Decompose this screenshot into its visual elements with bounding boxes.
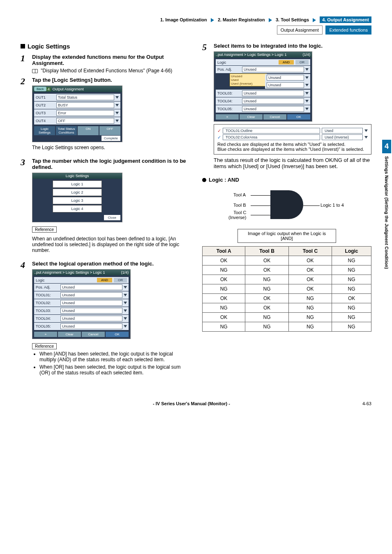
clear-button[interactable]: Clear [240,114,263,120]
chevron-down-icon[interactable] [124,294,127,296]
row-value[interactable]: Unused [60,323,122,329]
off-button[interactable]: OFF [99,126,120,135]
chevron-down-icon[interactable] [115,120,119,122]
row-label: TOOL03: [217,91,242,95]
chevron-down-icon[interactable] [305,108,309,110]
out-list: OUT1Total Status OUT2BUSY OUT3Error OUT4… [34,94,120,125]
step-number: 5 [202,43,210,173]
note-item: When [AND] has been selected, the logic … [39,351,190,362]
on-button[interactable]: ON [78,126,99,135]
complete-button[interactable]: Complete [101,136,120,141]
table-row: OKOKNGOK [203,294,371,303]
logic-label: Logic [36,278,56,282]
and-button[interactable]: AND [279,60,294,65]
table-cell: NG [332,275,371,284]
th: Tool B [245,247,288,256]
back-button[interactable]: Back [34,87,46,91]
row-value[interactable]: Unused [60,300,122,306]
breadcrumb-item-active: 4. Output Assignment [320,16,371,23]
chevron-right-icon [211,18,214,22]
chevron-down-icon[interactable] [115,104,119,106]
chevron-down-icon[interactable] [124,302,127,304]
chevron-down-icon[interactable] [305,92,309,95]
table-cell: OK [288,265,332,275]
chevron-right-icon [269,18,272,22]
total-status-cond-button[interactable]: Total Status Conditions [56,126,77,135]
header-counter: (1/4) [302,53,310,57]
tool-value[interactable]: Used [322,128,363,134]
or-button[interactable]: OR [295,60,309,65]
chevron-down-icon[interactable] [124,286,127,289]
row-value[interactable]: Unused [242,90,304,96]
row-value[interactable]: Unused [242,106,304,112]
step-title: Select items to be integrated into the l… [214,43,371,49]
note-text: Blue checks are displayed at the items w… [217,147,368,152]
row-value[interactable]: Unused [242,67,304,72]
cancel-button[interactable]: Cancel [263,114,286,120]
table-cell: OK [245,256,288,265]
tool-value[interactable]: Used (Inverse) [322,134,363,140]
row-value[interactable]: Unused [60,316,122,321]
row-value[interactable]: Total Status [56,95,114,100]
reference-notes: When [AND] has been selected, the logic … [39,351,190,376]
chevron-down-icon[interactable] [305,68,309,71]
logic-settings-button[interactable]: Logic Settings [34,126,55,135]
next-button[interactable]: » [34,332,57,337]
popup-option[interactable]: Unused [231,74,265,78]
tool-label: TOOL01:Outline [223,128,320,134]
subnav-output-assignment[interactable]: Output Assignment [277,25,323,35]
book-icon [32,69,38,73]
popup-option[interactable]: Used [231,78,265,82]
chevron-down-icon[interactable] [124,325,127,328]
row-value[interactable]: Error [56,110,114,116]
table-cell: OK [203,313,245,322]
row-value[interactable]: BUSY [56,102,114,108]
row-label: TOOL04: [36,316,60,321]
logic-1-button[interactable]: Logic 1 [53,180,102,188]
ok-button[interactable]: OK [106,332,129,337]
popup-option[interactable]: Used (Inverse) [231,82,265,85]
chevron-down-icon[interactable] [305,100,309,102]
and-button[interactable]: AND [97,278,112,282]
chevron-down-icon[interactable] [364,136,368,138]
logic-4-button[interactable]: Logic 4 [53,205,102,212]
row-value[interactable]: Unused [60,292,122,298]
chevron-down-icon[interactable] [305,84,309,86]
or-button[interactable]: OR [114,278,127,282]
header-path: ..put Assignment > Logic Settings > Logi… [34,270,105,275]
caption: The Logic Settings screen opens. [32,145,190,150]
logic-3-button[interactable]: Logic 3 [53,197,102,204]
ok-button[interactable]: OK [287,114,310,120]
logic-2-button[interactable]: Logic 2 [53,189,102,196]
chevron-down-icon[interactable] [124,317,127,320]
cancel-button[interactable]: Cancel [82,332,105,337]
table-cell: OK [288,275,332,284]
check-icon: ✓ [217,135,221,140]
row-value[interactable]: OFF [56,118,114,124]
step-number: 1 [21,54,29,74]
row-value[interactable]: Unused [267,75,304,81]
note-item: When [OR] has been selected, the logic o… [39,364,190,376]
next-button[interactable]: » [216,114,239,120]
chevron-down-icon[interactable] [364,129,368,132]
row-value[interactable]: Unused [60,284,122,290]
table-cell: OK [203,275,245,284]
chevron-down-icon[interactable] [115,96,119,99]
row-value[interactable]: Unused [267,82,304,88]
close-button[interactable]: Close [104,215,120,220]
logic-and-heading: Logic : AND [202,177,371,183]
chevron-down-icon[interactable] [124,309,127,312]
caption: When an undefined detection tool has bee… [32,236,190,253]
chevron-down-icon[interactable] [305,76,309,79]
breadcrumb-item: 2. Master Registration [218,17,265,22]
select-items-screenshot: ..put Assignment > Logic Settings > Logi… [214,51,312,122]
row-value[interactable]: Unused [242,98,304,104]
chevron-down-icon[interactable] [115,112,119,114]
paragraph: The status result of the logic is calcul… [214,157,371,169]
table-row: OKNGNGNG [203,313,371,322]
clear-button[interactable]: Clear [58,332,81,337]
output-assignment-screenshot: Back 4 Output Assignment OUT1Total Statu… [32,85,122,142]
subnav-extended-functions[interactable]: Extended functions [325,25,371,35]
row-value[interactable]: Unused [60,308,122,314]
diagram-label: Tool C (Inverse) [228,210,246,220]
